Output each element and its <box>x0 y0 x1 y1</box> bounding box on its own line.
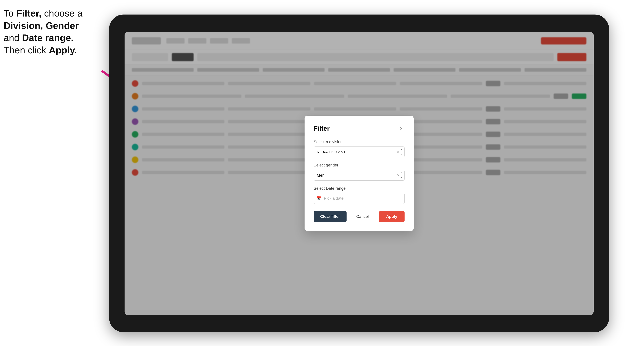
clear-filter-button[interactable]: Clear filter <box>314 211 346 222</box>
division-label: Select a division <box>314 140 404 144</box>
gender-select[interactable]: Men <box>314 170 404 181</box>
instruction-apply: Then click Apply. <box>4 45 77 55</box>
date-form-group: Select Date range 📅 Pick a date <box>314 186 404 204</box>
division-select[interactable]: NCAA Division I <box>314 147 404 157</box>
tablet-screen: Filter × Select a division NCAA Division… <box>124 32 594 315</box>
gender-form-group: Select gender Men × ⌃⌄ <box>314 163 404 181</box>
apply-button[interactable]: Apply <box>379 211 404 222</box>
modal-header: Filter × <box>314 125 404 132</box>
date-placeholder-text: Pick a date <box>324 196 344 201</box>
instruction-and: and Date range. <box>4 32 74 43</box>
instruction-panel: To Filter, choose a Division, Gender and… <box>4 7 106 56</box>
division-gender-bold: Division, Gender <box>4 20 79 31</box>
filter-modal: Filter × Select a division NCAA Division… <box>304 116 414 231</box>
modal-footer: Clear filter Cancel Apply <box>314 211 404 222</box>
modal-title: Filter <box>314 125 330 132</box>
instruction-line1: To Filter, choose a <box>4 8 82 18</box>
modal-footer-right: Cancel Apply <box>350 211 404 222</box>
gender-label: Select gender <box>314 163 404 168</box>
tablet-frame: Filter × Select a division NCAA Division… <box>109 14 609 332</box>
gender-select-wrapper[interactable]: Men × ⌃⌄ <box>314 170 404 181</box>
division-select-wrapper[interactable]: NCAA Division I × ⌃⌄ <box>314 147 404 157</box>
filter-bold: Filter, <box>16 8 42 18</box>
date-label: Select Date range <box>314 186 404 191</box>
cancel-button[interactable]: Cancel <box>350 211 375 222</box>
division-form-group: Select a division NCAA Division I × ⌃⌄ <box>314 140 404 157</box>
modal-overlay: Filter × Select a division NCAA Division… <box>124 32 594 315</box>
modal-close-button[interactable]: × <box>398 125 404 132</box>
date-input[interactable]: 📅 Pick a date <box>314 193 404 204</box>
calendar-icon: 📅 <box>317 196 322 201</box>
